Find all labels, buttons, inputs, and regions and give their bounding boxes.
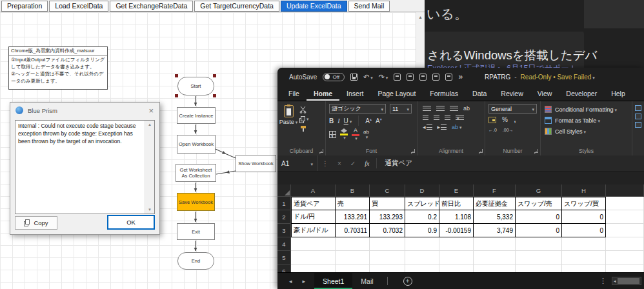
align-right-icon[interactable] xyxy=(445,115,450,121)
format-cells-icon[interactable] xyxy=(635,122,641,128)
font-color-icon[interactable]: A xyxy=(352,128,359,141)
new-sheet-icon[interactable]: + xyxy=(403,277,412,286)
borders-icon[interactable] xyxy=(329,131,336,138)
cell-C2[interactable]: 133.293 xyxy=(370,210,405,224)
column-header-G[interactable]: G xyxy=(516,184,562,197)
cell-F6[interactable] xyxy=(474,264,516,272)
percent-style-icon[interactable] xyxy=(502,116,508,123)
column-header-H[interactable]: H xyxy=(562,184,606,197)
dialog-message-box[interactable]: Internal : Could not execute code stage … xyxy=(15,120,155,214)
sheet-prev-icon[interactable] xyxy=(289,278,292,284)
cell-B5[interactable] xyxy=(336,251,370,264)
history-icon[interactable] xyxy=(407,74,414,81)
bp-tab-update-exceldata[interactable]: Update ExcelData xyxy=(281,1,347,12)
scroll-down-icon[interactable]: ▾ xyxy=(145,207,154,212)
cancel-icon[interactable] xyxy=(333,160,346,167)
font-size-select[interactable]: 11 xyxy=(390,104,412,114)
cell-H3[interactable]: 0 xyxy=(562,224,606,237)
row-header-2[interactable]: 2 xyxy=(277,210,291,224)
bp-tab-get-targetcurrencydata[interactable]: Get TargetCurrencyData xyxy=(194,1,279,12)
cell-E5[interactable] xyxy=(439,251,474,264)
merge-center-icon[interactable] xyxy=(456,115,464,121)
more-commands-icon[interactable] xyxy=(458,73,463,81)
ribbon-tab-data[interactable]: Data xyxy=(465,86,494,101)
decrease-decimal-icon[interactable] xyxy=(503,126,514,133)
cell-D4[interactable] xyxy=(405,237,439,251)
column-header-E[interactable]: E xyxy=(439,184,474,197)
undo-icon[interactable] xyxy=(363,74,373,81)
cell-E1[interactable]: 前日比 xyxy=(439,197,474,210)
ribbon-tab-help[interactable]: Help xyxy=(604,86,632,101)
dialog-scrollbar[interactable]: ▴ ▾ xyxy=(145,121,154,214)
selection-handle[interactable] xyxy=(213,94,216,97)
cell-F3[interactable]: 3,749 xyxy=(474,224,516,237)
flow-node-exit[interactable]: Exit xyxy=(177,223,215,240)
cell-B4[interactable] xyxy=(336,237,370,251)
cell-B6[interactable] xyxy=(336,264,370,272)
redo-icon[interactable] xyxy=(379,74,388,81)
cell-H6[interactable] xyxy=(562,264,606,272)
bp-tab-load-exceldata[interactable]: Load ExcelData xyxy=(49,1,108,12)
copy-button[interactable]: Copy xyxy=(15,216,57,230)
decrease-font-icon[interactable]: A▾ xyxy=(376,117,382,125)
sheet-tab-sheet1[interactable]: Sheet1 xyxy=(314,273,352,289)
cell-H4[interactable] xyxy=(562,237,606,251)
orientation-icon[interactable]: ab xyxy=(463,105,470,112)
cell-F1[interactable]: 必要証拠金 xyxy=(474,197,516,210)
increase-font-icon[interactable]: A▴ xyxy=(365,117,372,125)
bold-icon[interactable] xyxy=(329,117,334,125)
sheet-next-icon[interactable] xyxy=(303,278,306,284)
sheet-tab-mail[interactable]: Mail xyxy=(352,273,381,289)
ribbon-tab-formulas[interactable]: Formulas xyxy=(423,86,465,101)
cell-C4[interactable] xyxy=(370,237,405,251)
cell-H2[interactable]: 0 xyxy=(562,210,606,224)
align-top-icon[interactable] xyxy=(423,106,431,112)
cell-C5[interactable] xyxy=(370,251,405,264)
cell-A5[interactable] xyxy=(291,251,336,264)
number-format-select[interactable]: General xyxy=(488,104,537,114)
ribbon-tab-page-layout[interactable]: Page Layout xyxy=(370,86,423,101)
cell-A1[interactable]: 通貨ペア xyxy=(291,197,336,210)
align-bottom-icon[interactable] xyxy=(450,106,458,112)
insert-function-icon[interactable] xyxy=(360,160,374,167)
rows-icon[interactable] xyxy=(419,74,427,81)
cell-G5[interactable] xyxy=(516,251,562,264)
cell-E4[interactable] xyxy=(439,237,474,251)
dialog-launcher-icon[interactable] xyxy=(411,149,415,153)
comment-icon[interactable] xyxy=(445,74,452,81)
insert-cells-icon[interactable] xyxy=(635,105,641,111)
pointer-box-icon[interactable] xyxy=(394,74,401,81)
cell-A6[interactable] xyxy=(291,264,336,272)
ribbon-tab-home[interactable]: Home xyxy=(307,86,339,101)
horizontal-scrollbar[interactable]: ◂ xyxy=(612,277,641,285)
ribbon-tab-insert[interactable]: Insert xyxy=(339,86,370,101)
align-center-icon[interactable] xyxy=(434,115,439,121)
more-dots-icon[interactable] xyxy=(599,277,607,285)
row-header-5[interactable]: 5 xyxy=(277,251,291,264)
cell-G1[interactable]: スワップ/売 xyxy=(516,197,562,210)
cell-D3[interactable]: 0.9 xyxy=(405,224,439,237)
document-title[interactable]: RPATRG - Read-Only • Save Failed xyxy=(485,74,595,81)
save-icon[interactable] xyxy=(350,74,357,81)
copy-icon[interactable] xyxy=(299,115,309,123)
ribbon-tab-developer[interactable]: Developer xyxy=(559,86,604,101)
table-icon[interactable] xyxy=(432,74,439,81)
scroll-left-icon[interactable]: ◂ xyxy=(612,279,618,284)
increase-decimal-icon[interactable] xyxy=(488,126,497,133)
align-left-icon[interactable] xyxy=(423,115,428,121)
row-header-6[interactable]: 6 xyxy=(277,264,291,272)
comma-style-icon[interactable] xyxy=(514,116,516,123)
flow-node-save-workbook[interactable]: Save Workbook xyxy=(177,193,215,211)
cell-C6[interactable] xyxy=(370,264,405,272)
bp-tab-send-mail[interactable]: Send Mail xyxy=(348,1,390,12)
cell-D2[interactable]: 0.2 xyxy=(405,210,439,224)
flow-node-get-worksheet[interactable]: Get Worksheet As Collection xyxy=(176,164,216,182)
delete-cells-icon[interactable] xyxy=(635,114,641,119)
dialog-titlebar[interactable]: Blue Prism × xyxy=(10,103,159,118)
name-box[interactable]: A1 xyxy=(277,155,317,171)
cell-G2[interactable]: 0 xyxy=(516,210,562,224)
bp-tab-preparation[interactable]: Preparation xyxy=(1,1,48,12)
format-as-table-button[interactable]: Format as Table xyxy=(545,115,632,125)
conditional-formatting-button[interactable]: Conditional Formatting xyxy=(545,105,632,114)
dialog-launcher-icon[interactable] xyxy=(479,149,483,153)
